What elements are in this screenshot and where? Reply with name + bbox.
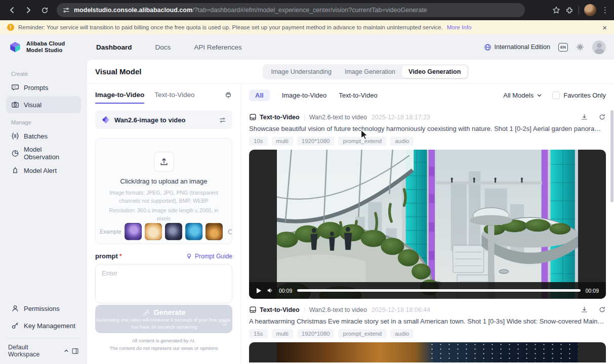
card-timestamp: 2025-12-18 18:17:23 (372, 114, 430, 121)
person-icon (11, 304, 19, 312)
banner-close-icon[interactable]: × (602, 24, 607, 31)
url-bar[interactable]: modelstudio.console.alibabacloud.com/?ta… (57, 3, 525, 17)
sidebar-item-key-management[interactable]: Key Management (6, 317, 81, 334)
current-time: 00:09 (279, 288, 292, 294)
sidebar-item-batches[interactable]: Batches (6, 127, 81, 145)
card-prompt[interactable]: A heartwarming Christmas Eve miracle sto… (249, 317, 606, 325)
pie-chart-icon (11, 149, 19, 157)
bookmark-star-icon[interactable] (552, 6, 560, 14)
play-icon[interactable] (256, 288, 262, 294)
tag: prompt_extend (338, 136, 386, 146)
download-icon[interactable] (581, 113, 588, 121)
sidebar-item-label: Key Management (24, 322, 75, 330)
clear-brush-icon[interactable] (224, 92, 232, 104)
example-thumb-galaxy[interactable] (125, 223, 142, 240)
favorites-only-toggle[interactable]: Favorites Only (552, 92, 606, 99)
futuristic-city-video-still (277, 150, 578, 299)
sidebar-item-visual[interactable]: Visual (6, 96, 81, 113)
example-row: Example (100, 220, 228, 240)
models-dropdown[interactable]: All Models (503, 92, 542, 99)
seek-bar[interactable] (297, 289, 580, 292)
tab-image-understanding[interactable]: Image Understanding (264, 66, 338, 78)
generation-card-1: Text-to-Video Wan2.6-text to video 2025-… (249, 113, 606, 299)
sidebar-item-permissions[interactable]: Permissions (6, 300, 81, 317)
sidebar-section-manage: Manage (6, 116, 81, 127)
tab-image-generation[interactable]: Image Generation (338, 66, 402, 78)
nav-dashboard[interactable]: Dashboard (96, 43, 132, 51)
download-icon[interactable] (581, 306, 588, 313)
language-icon[interactable]: EN (558, 43, 568, 52)
info-icon[interactable] (222, 320, 228, 326)
example-thumb-forest[interactable] (206, 223, 223, 240)
prompt-input[interactable] (95, 264, 232, 303)
video-player[interactable]: 00:09 00:09 (249, 150, 606, 299)
settings-gear-icon[interactable] (576, 43, 584, 51)
generate-button[interactable]: Generate Generating one video will consu… (95, 305, 232, 333)
video-player-partial[interactable] (249, 342, 606, 362)
tab-video-generation[interactable]: Video Generation (402, 66, 467, 78)
example-thumb-cat[interactable] (145, 223, 162, 240)
user-avatar[interactable] (592, 40, 606, 54)
top-navigation: Dashboard Docs API References (96, 43, 242, 51)
sidebar-item-prompts[interactable]: Prompts (6, 79, 81, 96)
tag: 15s (249, 329, 268, 338)
extensions-icon[interactable] (565, 6, 574, 14)
nav-docs[interactable]: Docs (155, 43, 171, 51)
composer-tabs: Image-to-Video Text-to-Video (95, 91, 232, 104)
tab-text-to-video[interactable]: Text-to-Video (154, 91, 194, 104)
swap-model-icon[interactable] (219, 116, 226, 124)
example-thumb-underwater[interactable] (185, 223, 202, 240)
chevron-down-icon (537, 93, 542, 98)
model-selector[interactable]: Wan2.6-image to video (95, 111, 232, 129)
prompt-guide-link[interactable]: Prompt Guide (186, 253, 232, 260)
more-info-link[interactable]: More Info (447, 24, 472, 30)
reload-icon[interactable] (37, 3, 52, 17)
url-host: modelstudio.console.alibabacloud.com (74, 7, 192, 14)
main-header: Visual Model Image Understanding Image G… (87, 60, 614, 84)
card-prompt[interactable]: Showcase beautiful vision of future tech… (249, 125, 606, 132)
gallery-scrollbar[interactable] (610, 110, 613, 202)
filter-text-to-video[interactable]: Text-to-Video (339, 92, 377, 99)
browser-profile-avatar[interactable] (584, 4, 596, 16)
tag: 1920*1080 (297, 329, 335, 338)
filter-all[interactable]: All (249, 89, 270, 101)
filter-image-to-video[interactable]: Image-to-Video (282, 92, 327, 99)
sidebar-item-model-alert[interactable]: Model Alert (6, 162, 81, 179)
example-refresh-icon[interactable] (227, 228, 232, 236)
header-right: International Edition EN (484, 40, 606, 54)
workspace-switcher[interactable]: Default Workspace (6, 338, 81, 359)
chrome-separator (579, 6, 579, 14)
example-thumb-space[interactable] (165, 223, 182, 240)
tag: audio (390, 329, 414, 338)
video-frame (277, 150, 578, 299)
prompt-row: prompt * Prompt Guide (95, 252, 232, 260)
volume-icon[interactable] (267, 287, 274, 294)
edition-selector[interactable]: International Edition (484, 43, 551, 51)
sidebar-item-label: Prompts (24, 84, 48, 92)
upload-icon (154, 152, 174, 172)
regenerate-icon[interactable] (598, 306, 606, 313)
image-upload-dropzone[interactable]: Click/drag to upload an image Image form… (95, 138, 232, 244)
camera-icon (11, 101, 19, 109)
regenerate-icon[interactable] (598, 113, 606, 121)
tab-image-to-video[interactable]: Image-to-Video (95, 91, 144, 104)
divider (304, 114, 305, 120)
tag: multi (272, 329, 293, 338)
collapse-sidebar-icon[interactable] (71, 347, 79, 355)
chevron-up-icon (64, 348, 69, 353)
models-dropdown-value: All Models (503, 92, 534, 99)
favorites-checkbox[interactable] (552, 92, 560, 99)
card-model: Wan2.6-text to video (309, 114, 367, 121)
card-timestamp: 2025-12-18 18:06:44 (372, 306, 430, 313)
card-tags: 10s multi 1920*1080 prompt_extend audio (249, 136, 606, 146)
bulb-icon (186, 253, 192, 259)
chrome-menu-icon[interactable]: ⋮ (601, 6, 609, 15)
logo[interactable]: Alibaba Cloud Model Studio (8, 40, 89, 54)
site-settings-icon[interactable] (63, 7, 70, 14)
nav-api-references[interactable]: API References (194, 43, 242, 51)
chat-bubble-icon (11, 83, 19, 92)
back-icon[interactable] (5, 3, 19, 17)
forward-icon[interactable] (21, 3, 35, 17)
tag: 1920*1080 (297, 136, 335, 146)
sidebar-item-model-observation[interactable]: Model Observation (6, 145, 81, 162)
